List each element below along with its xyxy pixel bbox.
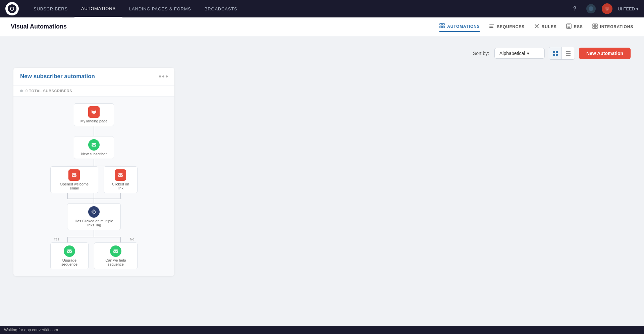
branch2-h-line	[67, 237, 121, 237]
tab-rules[interactable]: RULES	[534, 22, 557, 32]
landing-page-label: My landing page	[79, 119, 108, 123]
converge-area	[50, 193, 138, 203]
svg-rect-18	[556, 54, 558, 56]
svg-rect-23	[92, 110, 96, 111]
svg-rect-17	[553, 54, 555, 56]
sequences-icon	[489, 23, 494, 30]
tab-automations[interactable]: AUTOMATIONS	[439, 22, 480, 32]
help-seq-node: Can we help sequence	[94, 242, 138, 269]
landing-page-node: My landing page	[74, 103, 114, 126]
nav-automations[interactable]: AUTOMATIONS	[74, 0, 122, 17]
rss-icon	[566, 23, 572, 30]
cards-grid: New subscriber automation 0 TOTAL SUBSCR…	[13, 68, 631, 276]
nav-landing-pages[interactable]: LANDING PAGES & FORMS	[122, 0, 198, 17]
opened-email-node: Opened welcome email	[50, 166, 98, 193]
integrations-icon	[592, 23, 598, 30]
clicked-link-label: Clicked on link	[109, 182, 132, 190]
converge-left-v	[67, 193, 68, 199]
landing-page-icon	[88, 106, 100, 118]
grid-view-button[interactable]	[549, 47, 562, 59]
branch2-nodes: Upgrade sequence Can we help sequence	[50, 242, 138, 269]
connector-1	[94, 126, 94, 136]
svg-rect-4	[489, 24, 494, 25]
svg-rect-6	[489, 27, 493, 28]
toolbar: Sort by: Alphabetical ▾ New Automation	[13, 47, 631, 60]
clicked-link-icon	[115, 169, 126, 181]
svg-rect-13	[593, 26, 595, 29]
subscriber-node-box: New subscriber	[74, 136, 114, 159]
branch-area-1: Opened welcome email Clicked on link	[50, 159, 138, 193]
svg-rect-2	[442, 23, 444, 25]
chevron-down-icon: ▾	[527, 51, 529, 56]
user-menu[interactable]: UI FEED ▾	[618, 6, 639, 11]
tab-integrations-label: INTEGRATIONS	[600, 24, 633, 29]
subscriber-label: New subscriber	[79, 152, 108, 156]
help-seq-icon	[110, 245, 121, 257]
help-icon[interactable]: ?	[570, 3, 580, 14]
svg-rect-5	[489, 26, 493, 26]
upgrade-seq-icon	[64, 245, 75, 257]
subscriber-node: New subscriber	[74, 136, 114, 159]
svg-rect-14	[595, 26, 597, 29]
converge-right-v	[120, 193, 121, 199]
notification-icon[interactable]	[586, 3, 596, 14]
converge-lines	[50, 193, 138, 203]
svg-rect-11	[593, 24, 595, 26]
flow-container: My landing page New subscriber	[20, 103, 168, 276]
connector-branch-top	[94, 159, 94, 166]
tab-rules-label: RULES	[542, 24, 557, 29]
card-title[interactable]: New subscriber automation	[20, 73, 95, 80]
clicked-link-node: Clicked on link	[104, 166, 138, 193]
svg-rect-16	[556, 51, 558, 53]
svg-rect-21	[566, 55, 571, 56]
branch-labels: Yes No	[50, 237, 138, 241]
card-stats: 0 TOTAL SUBSCRIBERS	[13, 86, 174, 97]
nav-links: SUBSCRIBERS AUTOMATIONS LANDING PAGES & …	[27, 0, 570, 17]
status-dot	[20, 90, 23, 92]
converge-h	[67, 199, 121, 199]
condition-label: Has Clicked on multiple links Tag	[73, 219, 115, 227]
tab-sequences[interactable]: SEQUENCES	[489, 22, 525, 32]
svg-rect-1	[440, 26, 442, 28]
logo[interactable]	[5, 2, 19, 15]
svg-rect-12	[595, 24, 597, 26]
card-menu-button[interactable]	[159, 75, 168, 77]
upgrade-seq-node: Upgrade sequence	[50, 242, 89, 269]
converge-center-v	[94, 193, 94, 203]
upgrade-seq-label: Upgrade sequence	[56, 258, 83, 266]
automations-icon	[439, 23, 445, 30]
new-automation-button[interactable]: New Automation	[579, 48, 631, 59]
connector-branch2-top	[94, 230, 94, 237]
svg-rect-15	[553, 51, 555, 53]
help-seq-label: Can we help sequence	[100, 258, 132, 266]
tab-rss[interactable]: RSS	[566, 22, 583, 32]
opened-email-icon	[68, 169, 80, 181]
sort-dropdown[interactable]: Alphabetical ▾	[494, 48, 545, 59]
condition-node: Has Clicked on multiple links Tag	[67, 203, 121, 230]
tab-sequences-label: SEQUENCES	[497, 24, 525, 29]
sub-nav-tabs: AUTOMATIONS SEQUENCES RULES RSS INTEGRAT…	[439, 22, 633, 32]
list-view-button[interactable]	[562, 47, 575, 59]
svg-rect-20	[566, 53, 571, 54]
nav-broadcasts[interactable]: BROADCASTS	[198, 0, 244, 17]
tab-automations-label: AUTOMATIONS	[447, 24, 480, 29]
sort-label: Sort by:	[473, 51, 489, 56]
tab-rss-label: RSS	[574, 24, 583, 29]
nav-subscribers[interactable]: SUBSCRIBERS	[27, 0, 74, 17]
svg-rect-19	[566, 51, 571, 52]
sub-nav: Visual Automations AUTOMATIONS SEQUENCES…	[0, 17, 644, 36]
condition-node-box: Has Clicked on multiple links Tag	[67, 203, 121, 230]
svg-rect-3	[442, 26, 444, 28]
status-text: Waiting for app.convertkit.com...	[4, 328, 61, 332]
card-flow[interactable]: My landing page New subscriber	[13, 97, 174, 276]
subscriber-icon	[88, 139, 100, 151]
automation-card: New subscriber automation 0 TOTAL SUBSCR…	[13, 68, 174, 276]
avatar[interactable]: U	[602, 3, 612, 14]
status-bar: Waiting for app.convertkit.com...	[0, 326, 644, 334]
yes-label: Yes	[54, 237, 59, 241]
tab-integrations[interactable]: INTEGRATIONS	[592, 22, 633, 32]
branch-area-2: Yes No Upgrade sequence	[50, 230, 138, 269]
content-area: Sort by: Alphabetical ▾ New Automation N…	[0, 36, 644, 287]
svg-rect-0	[440, 23, 442, 25]
branch-nodes: Opened welcome email Clicked on link	[50, 166, 138, 193]
